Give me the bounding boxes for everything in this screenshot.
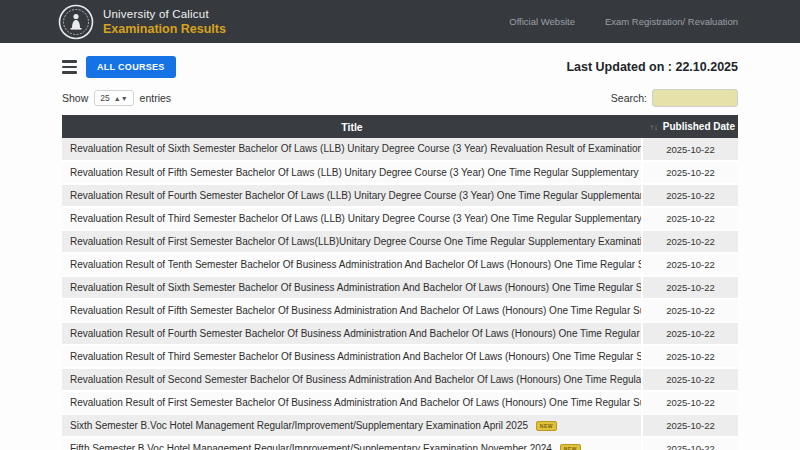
last-updated-text: Last Updated on : 22.10.2025 xyxy=(566,60,738,74)
all-courses-button[interactable]: ALL COURSES xyxy=(86,56,176,78)
search-input[interactable] xyxy=(652,89,738,107)
table-header-row: Title ↑↓Published Date xyxy=(62,115,738,138)
published-date-label: Published Date xyxy=(663,121,735,132)
published-date-cell: 2025-10-22 xyxy=(642,414,738,437)
published-date-cell: 2025-10-22 xyxy=(642,161,738,184)
results-table: Title ↑↓Published Date Revaluation Resul… xyxy=(62,115,738,450)
table-row[interactable]: Revaluation Result of Fourth Semester Ba… xyxy=(62,184,738,207)
university-seal-logo xyxy=(58,4,94,40)
result-link[interactable]: Sixth Semester B.Voc Hotel Management Re… xyxy=(70,420,528,431)
published-date-cell: 2025-10-22 xyxy=(642,391,738,414)
result-link[interactable]: Revaluation Result of Third Semester Bac… xyxy=(70,213,642,224)
entries-select[interactable]: 25 ▲▼ xyxy=(94,90,133,106)
result-link[interactable]: Revaluation Result of Fourth Semester Ba… xyxy=(70,328,642,339)
published-date-cell: 2025-10-22 xyxy=(642,322,738,345)
search-label: Search: xyxy=(611,92,647,104)
result-link[interactable]: Fifth Semester B.Voc Hotel Management Re… xyxy=(70,443,552,450)
table-row[interactable]: Revaluation Result of Sixth Semester Bac… xyxy=(62,276,738,299)
entries-label: entries xyxy=(140,92,172,104)
show-entries-control: Show 25 ▲▼ entries xyxy=(62,90,171,106)
published-date-cell: 2025-10-22 xyxy=(642,138,738,161)
result-link[interactable]: Revaluation Result of Tenth Semester Bac… xyxy=(70,259,642,270)
table-row[interactable]: Fifth Semester B.Voc Hotel Management Re… xyxy=(62,437,738,450)
result-link[interactable]: Revaluation Result of First Semester Bac… xyxy=(70,236,642,247)
show-label: Show xyxy=(62,92,88,104)
top-navbar: University of Calicut Examination Result… xyxy=(0,0,800,43)
sort-icon: ↑↓ xyxy=(650,123,658,132)
published-date-cell: 2025-10-22 xyxy=(642,276,738,299)
published-date-cell: 2025-10-22 xyxy=(642,184,738,207)
published-date-cell: 2025-10-22 xyxy=(642,207,738,230)
result-link[interactable]: Revaluation Result of Fifth Semester Bac… xyxy=(70,167,642,178)
result-link[interactable]: Revaluation Result of Fifth Semester Bac… xyxy=(70,305,642,316)
table-row[interactable]: Revaluation Result of Fifth Semester Bac… xyxy=(62,299,738,322)
published-date-cell: 2025-10-22 xyxy=(642,345,738,368)
new-badge: NEW xyxy=(560,444,581,450)
published-date-cell: 2025-10-22 xyxy=(642,368,738,391)
menu-icon[interactable] xyxy=(62,58,77,75)
entries-select-value: 25 xyxy=(100,93,109,103)
new-badge: NEW xyxy=(536,421,557,431)
table-row[interactable]: Revaluation Result of Fourth Semester Ba… xyxy=(62,322,738,345)
table-row[interactable]: Revaluation Result of Second Semester Ba… xyxy=(62,368,738,391)
main-content: ALL COURSES Last Updated on : 22.10.2025… xyxy=(0,43,800,450)
results-table-body: Revaluation Result of Sixth Semester Bac… xyxy=(62,138,738,450)
table-controls: Show 25 ▲▼ entries Search: xyxy=(62,89,738,107)
table-row[interactable]: Revaluation Result of Third Semester Bac… xyxy=(62,207,738,230)
column-header-title[interactable]: Title xyxy=(62,115,642,138)
table-row[interactable]: Revaluation Result of Tenth Semester Bac… xyxy=(62,253,738,276)
search-control: Search: xyxy=(611,89,738,107)
brand-text: University of Calicut Examination Result… xyxy=(103,8,226,36)
published-date-cell: 2025-10-22 xyxy=(642,230,738,253)
table-row[interactable]: Revaluation Result of Sixth Semester Bac… xyxy=(62,138,738,161)
result-link[interactable]: Revaluation Result of Second Semester Ba… xyxy=(70,374,642,385)
published-date-cell: 2025-10-22 xyxy=(642,299,738,322)
result-link[interactable]: Revaluation Result of Fourth Semester Ba… xyxy=(70,190,642,201)
select-arrows-icon: ▲▼ xyxy=(114,95,128,102)
toolbar: ALL COURSES Last Updated on : 22.10.2025 xyxy=(62,56,738,78)
result-link[interactable]: Revaluation Result of Sixth Semester Bac… xyxy=(70,282,642,293)
column-header-published-date[interactable]: ↑↓Published Date xyxy=(642,115,738,138)
nav-official-website[interactable]: Official Website xyxy=(509,16,575,27)
table-row[interactable]: Revaluation Result of First Semester Bac… xyxy=(62,391,738,414)
published-date-cell: 2025-10-22 xyxy=(642,437,738,450)
table-row[interactable]: Revaluation Result of Fifth Semester Bac… xyxy=(62,161,738,184)
published-date-cell: 2025-10-22 xyxy=(642,253,738,276)
result-link[interactable]: Revaluation Result of First Semester Bac… xyxy=(70,397,642,408)
nav-exam-registration-revaluation[interactable]: Exam Registration/ Revaluation xyxy=(605,16,738,27)
top-nav-links: Official Website Exam Registration/ Reva… xyxy=(509,16,738,27)
table-row[interactable]: Revaluation Result of First Semester Bac… xyxy=(62,230,738,253)
toolbar-left: ALL COURSES xyxy=(62,56,176,78)
table-row[interactable]: Revaluation Result of Third Semester Bac… xyxy=(62,345,738,368)
result-link[interactable]: Revaluation Result of Third Semester Bac… xyxy=(70,351,642,362)
brand[interactable]: University of Calicut Examination Result… xyxy=(58,4,226,40)
table-row[interactable]: Sixth Semester B.Voc Hotel Management Re… xyxy=(62,414,738,437)
page-title: Examination Results xyxy=(103,22,226,36)
university-name: University of Calicut xyxy=(103,8,226,20)
result-link[interactable]: Revaluation Result of Sixth Semester Bac… xyxy=(70,143,642,154)
